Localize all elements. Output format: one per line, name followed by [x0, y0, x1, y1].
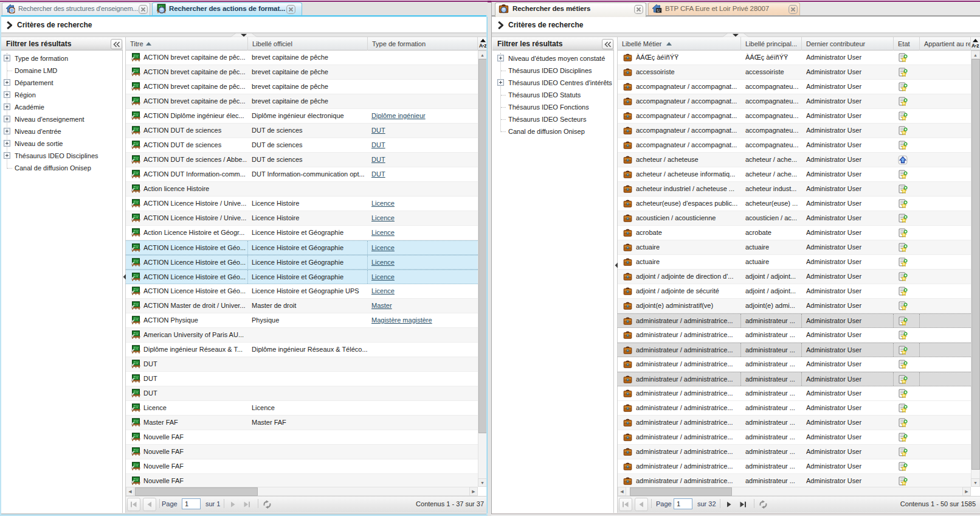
- svg-text:A: A: [479, 43, 483, 49]
- svg-text:z: z: [976, 43, 979, 49]
- svg-text:A: A: [971, 43, 975, 49]
